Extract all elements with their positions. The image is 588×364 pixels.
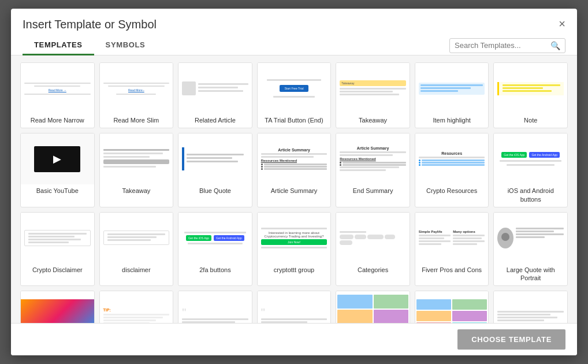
card-label: Read More Slim — [111, 114, 161, 128]
template-read-more-slim[interactable]: Read More › Read More Slim — [99, 62, 174, 128]
template-categories[interactable]: Categories — [336, 212, 410, 287]
card-preview: Takeaway — [336, 63, 410, 114]
template-ios-android-buttons[interactable]: Get the iOS App Get the Android App iOS … — [493, 133, 568, 207]
card-label: Article Summary — [269, 184, 320, 198]
templates-grid: Read More → Read More Narrow Read More › — [20, 62, 568, 323]
card-label: Crypto Disclaimer — [30, 263, 85, 277]
card-preview: ▶ — [21, 133, 94, 184]
card-preview: Article Summary Resources Mentioned — [258, 133, 331, 184]
card-label: Read More Narrow — [28, 114, 87, 128]
card-preview — [336, 291, 410, 323]
card-preview — [415, 63, 489, 114]
template-mobile-post-grid[interactable]: Mobile Post Grid — [415, 291, 489, 323]
card-label: Large Quote with Portrait — [494, 263, 567, 286]
template-cryptottt-group[interactable]: Interested in learning more about Crypto… — [257, 212, 332, 287]
card-label: Blue Quote — [197, 184, 233, 198]
tabs-row: TEMPLATES SYMBOLS 🔍 — [11, 31, 577, 55]
card-preview: Interested in learning more about Crypto… — [258, 213, 331, 263]
tabs: TEMPLATES SYMBOLS — [23, 36, 157, 55]
modal-footer: CHOOSE TEMPLATE — [11, 323, 577, 355]
card-label: Related Article — [192, 114, 238, 128]
template-tip[interactable]: TIP: TIP (3.18.18) — [99, 291, 174, 323]
template-takeaway-r2[interactable]: Takeaway — [99, 133, 174, 207]
card-preview: " — [258, 291, 331, 323]
template-blue-quote[interactable]: Blue Quote — [178, 133, 252, 207]
search-box: 🔍 — [449, 38, 565, 53]
template-blog-post-image[interactable]: blog post image — [20, 291, 95, 323]
card-preview — [494, 213, 567, 263]
card-preview — [415, 291, 489, 323]
card-label: Takeaway — [356, 114, 389, 128]
card-preview: Simple Paylife Many options — [415, 213, 489, 263]
card-preview — [100, 213, 173, 263]
template-disclaimer[interactable]: disclaimer — [99, 212, 174, 287]
card-label: cryptottt group — [271, 263, 317, 277]
card-preview: Read More → — [21, 63, 94, 114]
template-fiverr-pros-cons[interactable]: Simple Paylife Many options — [415, 212, 489, 287]
card-preview — [21, 291, 94, 323]
close-button[interactable]: × — [559, 18, 565, 29]
tab-templates[interactable]: TEMPLATES — [23, 36, 94, 55]
card-preview — [494, 291, 567, 323]
template-end-summary[interactable]: Article Summary Resources Mentioned End … — [336, 133, 410, 207]
card-label: disclaimer — [120, 263, 153, 277]
card-label: 2fa buttons — [197, 263, 233, 277]
modal-header: Insert Template or Symbol × — [11, 9, 577, 31]
template-crypto-resources[interactable]: Resources Crypto Resources — [415, 133, 489, 207]
card-preview: Get the iOS App Get the Android App — [178, 213, 252, 263]
card-preview: Resources — [415, 133, 489, 184]
card-preview: Read More › — [100, 63, 173, 114]
template-2fa-buttons[interactable]: Get the iOS App Get the Android App 2fa … — [178, 212, 252, 287]
template-basic-youtube[interactable]: ▶ Basic YouTube — [20, 133, 95, 207]
modal: Insert Template or Symbol × TEMPLATES SY… — [11, 9, 577, 355]
card-label: Item highlight — [430, 114, 472, 128]
card-label: TA Trial Button (End) — [262, 114, 325, 128]
card-preview: " — [178, 291, 252, 323]
choose-template-button[interactable]: CHOOSE TEMPLATE — [457, 329, 565, 350]
template-article-summary[interactable]: Article Summary Resources Mentioned Arti… — [257, 133, 332, 207]
template-read-more-narrow[interactable]: Read More → Read More Narrow — [20, 62, 95, 128]
card-label: Basic YouTube — [34, 184, 81, 198]
card-label: Fiverr Pros and Cons — [419, 263, 484, 277]
card-preview: Start Free Trial — [258, 63, 331, 114]
tab-symbols[interactable]: SYMBOLS — [94, 36, 157, 55]
card-label: Categories — [355, 263, 390, 277]
template-note[interactable]: Note — [493, 62, 568, 128]
card-label: End Summary — [351, 184, 396, 198]
template-quotes-post[interactable]: " Quotes Post — [178, 291, 252, 323]
modal-body: Read More → Read More Narrow Read More › — [11, 55, 577, 323]
card-preview: Article Summary Resources Mentioned — [336, 133, 410, 184]
modal-title: Insert Template or Symbol — [23, 18, 157, 31]
card-preview — [494, 63, 567, 114]
template-item-highlight[interactable]: Item highlight — [415, 62, 489, 128]
search-icon: 🔍 — [550, 41, 560, 50]
card-preview: TIP: — [100, 291, 173, 323]
template-crypto-disclaimer[interactable]: Crypto Disclaimer — [20, 212, 95, 287]
card-preview — [178, 63, 252, 114]
card-label: Note — [522, 114, 539, 128]
card-preview: Get the iOS App Get the Android App — [494, 133, 567, 184]
template-takeaway-r1[interactable]: Takeaway Takeaway — [336, 62, 410, 128]
card-label: Takeaway — [120, 184, 152, 198]
card-preview — [178, 133, 252, 184]
template-ta-trial-button[interactable]: Start Free Trial TA Trial Button (End) — [257, 62, 332, 128]
template-related-article[interactable]: Related Article — [178, 62, 252, 128]
card-label: iOS and Android buttons — [494, 184, 567, 207]
template-final-quotes-post[interactable]: " [Final] Quotes Post — [257, 291, 332, 323]
card-preview — [336, 213, 410, 263]
template-post-grid[interactable]: Post Grid — [336, 291, 410, 323]
card-preview — [21, 213, 94, 263]
search-input[interactable] — [455, 41, 547, 50]
card-preview — [100, 133, 173, 184]
template-large-quote-portrait[interactable]: Large Quote with Portrait — [493, 212, 568, 287]
card-label: Crypto Resources — [424, 184, 479, 198]
template-define-work[interactable]: Define Work — [493, 291, 568, 323]
